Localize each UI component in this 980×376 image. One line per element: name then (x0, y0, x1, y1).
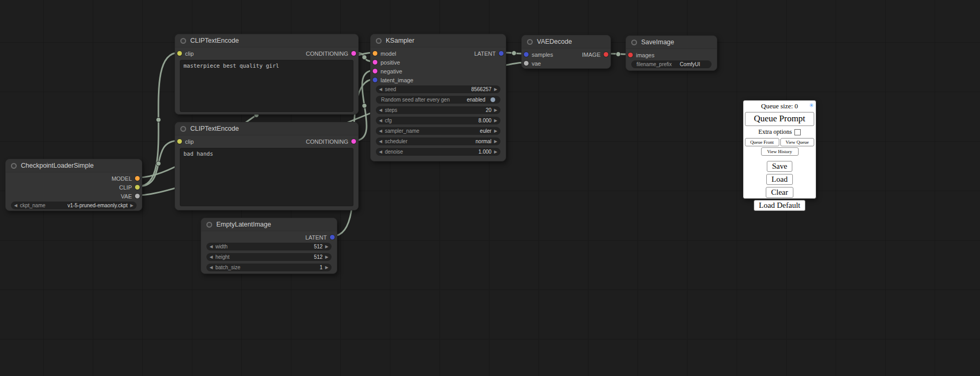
increment-arrow-icon[interactable]: ▶ (494, 150, 497, 154)
filename-prefix-text-widget[interactable]: filename_prefix ComfyUI (631, 60, 712, 68)
output-slot-model[interactable] (135, 176, 140, 181)
collapse-dot[interactable] (376, 38, 382, 44)
ckpt-name-combo-widget[interactable]: ◀ ckpt_name v1-5-pruned-emaonly.ckpt ▶ (11, 202, 137, 209)
load-button[interactable]: Load (766, 174, 793, 185)
decrement-arrow-icon[interactable]: ◀ (210, 255, 213, 259)
scheduler-combo-widget[interactable]: ◀ scheduler normal ▶ (376, 137, 500, 145)
node-title: CLIPTextEncode (190, 125, 239, 132)
input-slot-clip[interactable] (177, 51, 182, 56)
input-slot-positive[interactable] (373, 60, 377, 65)
link-midpoint-dot (616, 52, 621, 57)
node-title-bar[interactable]: CLIPTextEncode (175, 34, 358, 47)
widget-label: steps (385, 107, 397, 113)
increment-arrow-icon[interactable]: ▶ (494, 87, 497, 92)
widget-value: ComfyUI (680, 61, 700, 67)
output-slot-latent[interactable] (330, 235, 335, 240)
extra-options-checkbox[interactable] (794, 129, 801, 135)
combo-prev-arrow-icon[interactable]: ◀ (379, 140, 382, 144)
widget-value: 8.000 (479, 118, 492, 123)
collapse-dot[interactable] (180, 38, 186, 44)
decrement-arrow-icon[interactable]: ◀ (379, 150, 382, 154)
node-clip-text-encode-positive[interactable]: CLIPTextEncode clip CONDITIONING masterp… (175, 34, 359, 115)
comfy-logo-icon[interactable]: ✳ (809, 102, 814, 109)
queue-prompt-button[interactable]: Queue Prompt (745, 112, 814, 126)
steps-number-widget[interactable]: ◀ steps 20 ▶ (376, 106, 500, 114)
combo-next-arrow-icon[interactable]: ▶ (130, 204, 133, 208)
node-title-bar[interactable]: CheckpointLoaderSimple (6, 159, 142, 172)
decrement-arrow-icon[interactable]: ◀ (210, 266, 213, 270)
output-slot-conditioning[interactable] (351, 51, 356, 56)
height-number-widget[interactable]: ◀ height 512 ▶ (206, 253, 332, 261)
view-history-button[interactable]: View History (761, 147, 799, 156)
decrement-arrow-icon[interactable]: ◀ (379, 108, 382, 112)
node-checkpoint-loader[interactable]: CheckpointLoaderSimple MODEL CLIP VAE (5, 159, 142, 211)
width-number-widget[interactable]: ◀ width 512 ▶ (206, 243, 332, 250)
widget-value: v1-5-pruned-emaonly.ckpt (67, 203, 127, 208)
input-slot-negative[interactable] (373, 69, 377, 73)
queue-front-button[interactable]: Queue Front (745, 138, 779, 146)
widget-label: denoise (385, 149, 403, 155)
input-label-samples: samples (532, 52, 553, 58)
widget-label: scheduler (385, 139, 407, 144)
output-slot-image[interactable] (604, 52, 608, 57)
slot-row: positive (371, 58, 506, 67)
combo-prev-arrow-icon[interactable]: ◀ (379, 129, 382, 133)
batch-size-number-widget[interactable]: ◀ batch_size 1 ▶ (206, 264, 332, 271)
node-save-image[interactable]: SaveImage images filename_prefix ComfyUI (626, 35, 717, 71)
node-title-bar[interactable]: VAEDecode (522, 35, 610, 48)
combo-next-arrow-icon[interactable]: ▶ (494, 140, 497, 144)
node-title-bar[interactable]: KSampler (371, 34, 506, 47)
output-slot-clip[interactable] (135, 185, 140, 190)
node-title: VAEDecode (537, 38, 572, 45)
decrement-arrow-icon[interactable]: ◀ (210, 245, 213, 249)
widget-label: width (215, 244, 227, 249)
input-slot-model[interactable] (373, 51, 377, 56)
node-title-bar[interactable]: CLIPTextEncode (175, 122, 358, 135)
cfg-number-widget[interactable]: ◀ cfg 8.000 ▶ (376, 117, 500, 124)
increment-arrow-icon[interactable]: ▶ (325, 245, 328, 249)
positive-prompt-textarea[interactable]: masterpiece best quality girl (180, 60, 353, 112)
clear-button[interactable]: Clear (766, 187, 793, 198)
toggle-knob[interactable] (491, 97, 495, 102)
view-queue-button[interactable]: View Queue (780, 138, 815, 146)
output-slot-latent[interactable] (499, 51, 504, 56)
node-title-bar[interactable]: SaveImage (626, 36, 717, 49)
collapse-dot[interactable] (631, 40, 637, 45)
seed-number-widget[interactable]: ◀ seed 8566257 ▶ (376, 85, 500, 93)
increment-arrow-icon[interactable]: ▶ (325, 266, 328, 270)
node-empty-latent-image[interactable]: EmptyLatentImage LATENT ◀ width 512 ▶ ◀ … (201, 218, 337, 274)
denoise-number-widget[interactable]: ◀ denoise 1.000 ▶ (376, 148, 500, 156)
collapse-dot[interactable] (11, 163, 17, 169)
collapse-dot[interactable] (206, 222, 212, 228)
decrement-arrow-icon[interactable]: ◀ (379, 87, 382, 92)
menu-header: Queue size: 0 ✳ (745, 102, 814, 112)
widget-value: 512 (314, 254, 323, 260)
input-slot-clip[interactable] (177, 139, 182, 144)
decrement-arrow-icon[interactable]: ◀ (379, 119, 382, 123)
combo-prev-arrow-icon[interactable]: ◀ (14, 204, 17, 208)
collapse-dot[interactable] (527, 39, 533, 45)
collapse-dot[interactable] (180, 126, 186, 132)
increment-arrow-icon[interactable]: ▶ (325, 255, 328, 259)
sampler-name-combo-widget[interactable]: ◀ sampler_name euler ▶ (376, 127, 500, 135)
node-clip-text-encode-negative[interactable]: CLIPTextEncode clip CONDITIONING bad han… (175, 122, 359, 210)
node-title-bar[interactable]: EmptyLatentImage (201, 218, 337, 231)
input-slot-images[interactable] (628, 53, 633, 57)
output-row-vae: VAE (6, 192, 142, 200)
random-seed-toggle-widget[interactable]: Random seed after every gen enabled (376, 96, 500, 104)
input-slot-vae[interactable] (524, 61, 529, 66)
combo-next-arrow-icon[interactable]: ▶ (494, 129, 497, 133)
output-slot-vae[interactable] (135, 194, 140, 198)
input-slot-samples[interactable] (524, 52, 529, 57)
node-vae-decode[interactable]: VAEDecode samples IMAGE vae (521, 35, 611, 69)
input-slot-latent-image[interactable] (373, 78, 377, 82)
negative-prompt-textarea[interactable]: bad hands (180, 148, 353, 206)
load-default-button[interactable]: Load Default (754, 200, 806, 211)
output-slot-conditioning[interactable] (351, 139, 356, 144)
save-button[interactable]: Save (767, 161, 792, 172)
increment-arrow-icon[interactable]: ▶ (494, 119, 497, 123)
increment-arrow-icon[interactable]: ▶ (494, 108, 497, 112)
widget-value: euler (480, 128, 492, 134)
node-ksampler[interactable]: KSampler model LATENT positive (370, 34, 506, 161)
node-graph-canvas[interactable]: CheckpointLoaderSimple MODEL CLIP VAE (0, 0, 980, 376)
